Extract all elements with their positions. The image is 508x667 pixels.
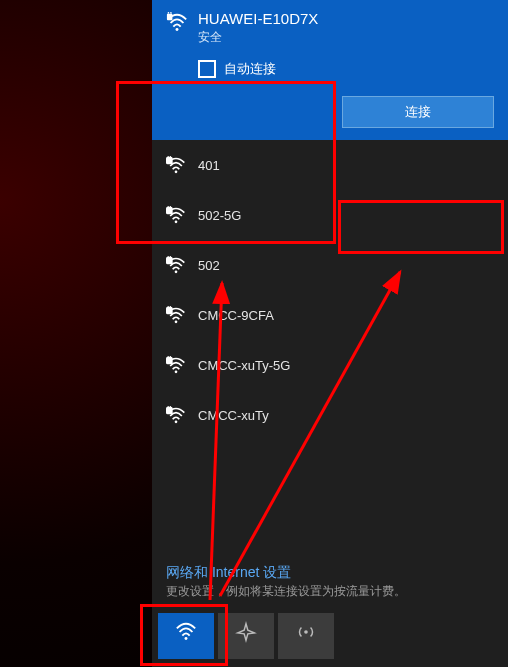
selected-network-panel[interactable]: HUAWEI-E10D7X 安全 自动连接 连接 (152, 0, 508, 140)
auto-connect-checkbox[interactable] (198, 60, 216, 78)
svg-rect-13 (167, 408, 172, 414)
wifi-secured-icon (166, 304, 188, 326)
network-name: 401 (198, 158, 220, 173)
network-list: HUAWEI-E10D7X 安全 自动连接 连接 (152, 0, 508, 562)
selected-network-name: HUAWEI-E10D7X (198, 10, 318, 27)
svg-rect-11 (167, 358, 172, 364)
svg-point-0 (176, 28, 179, 31)
wifi-secured-icon (166, 204, 188, 226)
selected-network-status: 安全 (198, 29, 318, 46)
svg-point-15 (304, 630, 308, 634)
svg-rect-1 (167, 14, 173, 20)
network-name: CMCC-xuTy-5G (198, 358, 290, 373)
network-item[interactable]: 502 (152, 240, 508, 290)
wifi-secured-icon (166, 404, 188, 426)
svg-point-6 (175, 271, 178, 274)
network-item[interactable]: 401 (152, 140, 508, 190)
network-settings-link[interactable]: 网络和 Internet 设置 (152, 564, 508, 582)
auto-connect-row[interactable]: 自动连接 (198, 60, 494, 78)
svg-point-2 (175, 171, 178, 174)
svg-rect-7 (167, 258, 172, 264)
wifi-secured-icon (166, 154, 188, 176)
network-settings-desc: 更改设置，例如将某连接设置为按流量计费。 (152, 582, 508, 605)
network-item[interactable]: CMCC-xuTy (152, 390, 508, 440)
svg-rect-9 (167, 308, 172, 314)
quick-toggles (152, 605, 508, 667)
hotspot-toggle[interactable] (278, 613, 334, 659)
svg-point-12 (175, 421, 178, 424)
network-flyout: HUAWEI-E10D7X 安全 自动连接 连接 (152, 0, 508, 667)
network-name: 502-5G (198, 208, 241, 223)
network-item[interactable]: CMCC-xuTy-5G (152, 340, 508, 390)
wifi-secured-icon (166, 354, 188, 376)
network-name: 502 (198, 258, 220, 273)
airplane-toggle[interactable] (218, 613, 274, 659)
network-item[interactable]: CMCC-9CFA (152, 290, 508, 340)
svg-point-10 (175, 371, 178, 374)
auto-connect-label: 自动连接 (224, 60, 276, 78)
connect-button[interactable]: 连接 (342, 96, 494, 128)
svg-point-4 (175, 221, 178, 224)
network-name: CMCC-9CFA (198, 308, 274, 323)
svg-rect-3 (167, 158, 172, 164)
wlan-toggle[interactable] (158, 613, 214, 659)
svg-rect-5 (167, 208, 172, 214)
network-name: CMCC-xuTy (198, 408, 269, 423)
svg-point-8 (175, 321, 178, 324)
network-item[interactable]: 502-5G (152, 190, 508, 240)
svg-point-14 (185, 637, 188, 640)
wifi-secured-icon (166, 10, 188, 34)
wifi-secured-icon (166, 254, 188, 276)
